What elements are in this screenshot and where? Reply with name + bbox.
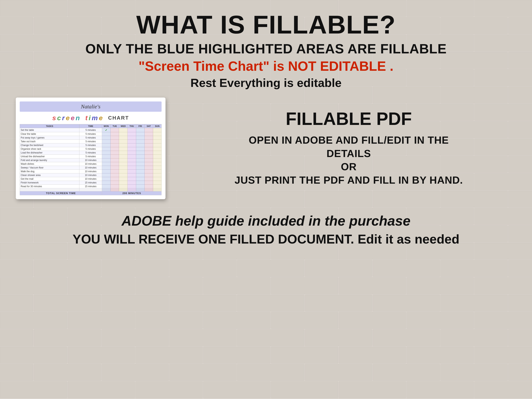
table-row: Wash dishes: [20, 162, 79, 166]
table-row: Sweep / Vaccum floor: [20, 166, 79, 170]
title-e3: e: [99, 114, 103, 122]
pdf-task-table: TASKS TIME MON TUE WED THU FRI SAT SUN S…: [20, 124, 162, 195]
title-r: r: [62, 114, 65, 122]
bottom-line-1: ADOBE help guide included in the purchas…: [16, 213, 516, 229]
title-s: s: [52, 114, 56, 122]
table-row: Clear the table: [20, 132, 79, 136]
pdf-name-bar: Natalie's: [20, 101, 162, 112]
table-row: Put away toys / games: [20, 136, 79, 140]
footer-value: 200 MINUTES: [102, 191, 162, 195]
col-header-wed: WED: [119, 124, 127, 128]
pdf-title-row: screen time CHART: [20, 113, 162, 123]
title-m2: m: [92, 114, 98, 122]
table-row: Clean shower area: [20, 173, 79, 177]
title-t: t: [85, 114, 88, 122]
pdf-chart-name: Natalie's: [81, 103, 100, 110]
title-c: c: [57, 114, 61, 122]
table-row: Change the bedsheet: [20, 143, 79, 147]
table-row: Set the table: [20, 128, 79, 132]
table-row: Fold and arrange laundry: [20, 158, 79, 162]
title-n: n: [76, 114, 80, 122]
footer-label: TOTAL SCREEN TIME: [20, 191, 102, 195]
pdf-preview-card: Natalie's screen time CHART TASKS TIME M…: [16, 98, 165, 199]
col-header-fri: FRI: [136, 124, 145, 128]
table-row: Get the mail: [20, 177, 79, 181]
fillable-pdf-label: FILLABLE PDF: [286, 110, 412, 128]
table-row: Organize shoe rack: [20, 147, 79, 151]
col-header-mon: MON: [102, 124, 111, 128]
table-row: Walk the dog: [20, 170, 79, 173]
table-row: Unload the dishwasher: [20, 155, 79, 158]
right-description: OPEN IN ADOBE AND FILL/EDIT IN THE DETAI…: [235, 133, 463, 187]
col-header-thu: THU: [127, 124, 136, 128]
page-main-title: WHAT IS FILLABLE?: [136, 12, 396, 38]
right-info-panel: FILLABLE PDF OPEN IN ADOBE AND FILL/EDIT…: [181, 110, 516, 187]
table-row: Read for 30 minutes: [20, 185, 79, 188]
table-row: Take out trash: [20, 140, 79, 143]
col-header-tasks: TASKS: [20, 124, 79, 128]
rest-editable-text: Rest Everything is editable: [190, 76, 342, 90]
table-row: Load the dishwasher: [20, 151, 79, 155]
bottom-section: ADOBE help guide included in the purchas…: [16, 213, 516, 247]
not-editable-text: "Screen Time Chart" is NOT EDITABLE .: [139, 58, 393, 74]
subtitle-text: ONLY THE BLUE HIGHLIGHTED AREAS ARE FILL…: [85, 41, 446, 56]
col-header-sun: SUN: [153, 124, 161, 128]
table-row: Finish homework: [20, 181, 79, 185]
bottom-line-2: YOU WILL RECEIVE ONE FILLED DOCUMENT. Ed…: [16, 232, 516, 247]
col-header-sat: SAT: [145, 124, 153, 128]
title-chart-label: CHART: [108, 115, 129, 121]
col-header-tue: TUE: [111, 124, 119, 128]
col-header-time: TIME: [79, 124, 102, 128]
title-e: e: [66, 114, 70, 122]
title-e2: e: [71, 114, 75, 122]
title-i: i: [89, 114, 90, 122]
